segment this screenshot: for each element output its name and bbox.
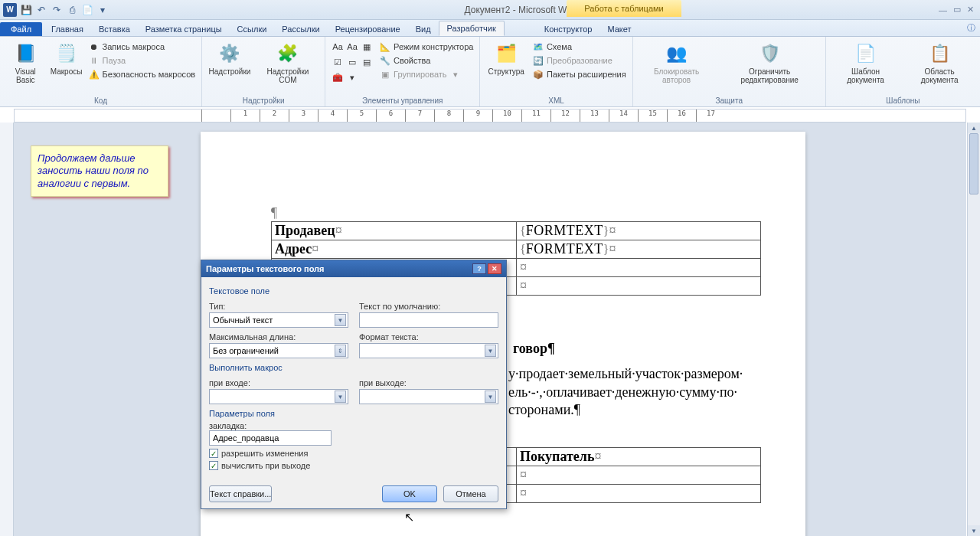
chevron-down-icon[interactable]: ▼ [485,345,496,357]
tab-home[interactable]: Главная [44,22,91,36]
maxlen-combo[interactable]: Без ограничений⇕ [209,343,348,358]
window-title: Документ2 - Microsoft Word [112,5,933,15]
redo-icon[interactable]: ↷ [51,4,63,16]
document-panel-button[interactable]: 📋Область документа [903,40,975,86]
title-bar: W 💾 ↶ ↷ ⎙ 📄 ▾ Документ2 - Microsoft Word… [0,0,980,20]
default-text-label: Текст по умолчанию: [359,302,498,311]
group-button[interactable]: ▣Группировать▾ [377,67,475,81]
qat-icon[interactable]: 📄 [81,4,93,16]
block-authors-button[interactable]: 👥Блокировать авторов [638,40,716,86]
calc-on-exit-checkbox[interactable]: ✓вычислить при выходе [209,461,498,470]
scroll-down-icon[interactable]: ▼ [968,525,980,536]
group-templates: 📄Шаблон документа 📋Область документа Шаб… [826,37,980,106]
annotation-callout: Продолжаем дальше заносить наши поля по … [31,145,168,197]
allow-edit-checkbox[interactable]: ✓разрешить изменения [209,449,498,458]
format-label: Формат текста: [359,332,498,342]
type-combo[interactable]: Обычный текст▼ [209,312,348,328]
on-entry-combo[interactable]: ▼ [209,389,348,404]
word-app-icon[interactable]: W [3,3,17,17]
tab-insert[interactable]: Вставка [91,22,138,36]
group-label: Надстройки [207,96,320,106]
group-label: Элементы управления [330,96,475,106]
restore-icon[interactable]: ▭ [953,5,961,15]
tab-mailings[interactable]: Рассылки [274,22,327,36]
ribbon: 📘Visual Basic 🗒️Макросы ⏺Запись макроса … [0,37,980,107]
visual-basic-button[interactable]: 📘Visual Basic [5,40,47,86]
maxlen-label: Максимальная длина: [209,332,348,342]
help-icon[interactable]: ⓘ [967,22,975,34]
tab-references[interactable]: Ссылки [230,22,275,36]
control-gallery[interactable]: ☑▭▤ [330,55,374,69]
chevron-down-icon[interactable]: ▼ [485,391,496,403]
addins-button[interactable]: ⚙️Надстройки [207,40,253,77]
table-row: Продавец¤ {FORMTEXT}¤ [272,222,761,240]
dialog-title: Параметры текстового поля [206,264,325,273]
on-exit-label: при выходе: [359,378,498,387]
tab-page-layout[interactable]: Разметка страницы [138,22,230,36]
tab-table-layout[interactable]: Макет [599,22,639,36]
group-protect: 👥Блокировать авторов 🛡️Ограничить редакт… [633,37,826,106]
vertical-ruler[interactable] [0,123,14,536]
restrict-editing-button[interactable]: 🛡️Ограничить редактирование [719,40,821,86]
document-template-button[interactable]: 📄Шаблон документа [831,40,901,86]
record-macro-button[interactable]: ⏺Запись макроса [87,40,198,54]
default-text-input[interactable] [359,312,498,328]
help-icon[interactable]: ? [472,263,486,274]
tab-review[interactable]: Рецензирование [328,22,408,36]
tab-file[interactable]: Файл [0,22,42,36]
scroll-up-icon[interactable]: ▲ [968,123,980,133]
undo-icon[interactable]: ↶ [35,4,47,16]
transformation-button[interactable]: 🔄Преобразование [531,54,628,67]
chevron-down-icon[interactable]: ▼ [335,391,346,403]
horizontal-ruler[interactable]: 1234567891011121314151617 [14,109,966,123]
table-row: Адрес¤ {FORMTEXT}¤ [272,240,761,259]
qat-dropdown-icon[interactable]: ▾ [96,4,109,16]
section-label: Текстовое поле [209,286,498,296]
tab-view[interactable]: Вид [408,22,439,36]
window-controls: — ▭ ✕ [933,5,980,15]
close-icon[interactable]: ✕ [967,5,974,15]
properties-button[interactable]: 🔧Свойства [377,54,475,67]
expansion-packs-button[interactable]: 📦Пакеты расширения [531,67,628,81]
tab-developer[interactable]: Разработчик [439,21,505,36]
structure-button[interactable]: 🗂️Структура [485,40,527,77]
quick-access-toolbar: W 💾 ↶ ↷ ⎙ 📄 ▾ [0,3,112,17]
chevron-down-icon[interactable]: ▼ [335,314,346,326]
type-label: Тип: [209,302,348,311]
bookmark-input[interactable]: Адрес_продавца [209,430,332,446]
macro-security-button[interactable]: ⚠️Безопасность макросов [87,67,198,81]
design-mode-button[interactable]: 📐Режим конструктора [377,40,475,54]
text-form-field-options-dialog: Параметры текстового поля ? ✕ Текстовое … [201,260,507,509]
scroll-thumb[interactable] [969,133,978,194]
control-gallery[interactable]: 🧰▾ [330,70,374,84]
group-label: Защита [638,96,821,106]
vertical-scrollbar[interactable]: ▲ ▼ [967,123,980,536]
close-icon[interactable]: ✕ [488,263,501,274]
macros-button[interactable]: 🗒️Макросы [50,40,83,77]
group-xml: 🗂️Структура 🗺️Схема 🔄Преобразование 📦Пак… [480,37,632,106]
save-icon[interactable]: 💾 [20,4,32,16]
ok-button[interactable]: OK [382,485,437,502]
help-text-button[interactable]: Текст справки... [209,485,272,502]
bookmark-label: закладка: [209,421,498,430]
com-addins-button[interactable]: 🧩Надстройки COM [256,40,320,86]
format-combo[interactable]: ▼ [359,343,498,358]
control-gallery[interactable]: AaAa▦ [330,40,374,54]
dialog-titlebar[interactable]: Параметры текстового поля ? ✕ [201,260,506,277]
table-tools-label: Работа с таблицами [567,0,681,17]
pause-recording-button[interactable]: ⏸Пауза [87,54,198,67]
group-code: 📘Visual Basic 🗒️Макросы ⏺Запись макроса … [0,37,202,106]
group-addins: ⚙️Надстройки 🧩Надстройки COM Надстройки [202,37,325,106]
cancel-button[interactable]: Отмена [443,485,498,502]
on-entry-label: при входе: [209,378,348,387]
spinner-icon[interactable]: ⇕ [335,345,346,357]
tab-table-design[interactable]: Конструктор [537,22,600,36]
group-label: Код [5,96,197,106]
qat-icon[interactable]: ⎙ [66,4,78,16]
schema-button[interactable]: 🗺️Схема [531,40,628,54]
section-label: Выполнить макрос [209,363,498,372]
minimize-icon[interactable]: — [939,5,947,15]
checkbox-icon: ✓ [209,449,218,458]
on-exit-combo[interactable]: ▼ [359,389,498,404]
group-controls: AaAa▦ ☑▭▤ 🧰▾ 📐Режим конструктора 🔧Свойст… [325,37,480,106]
